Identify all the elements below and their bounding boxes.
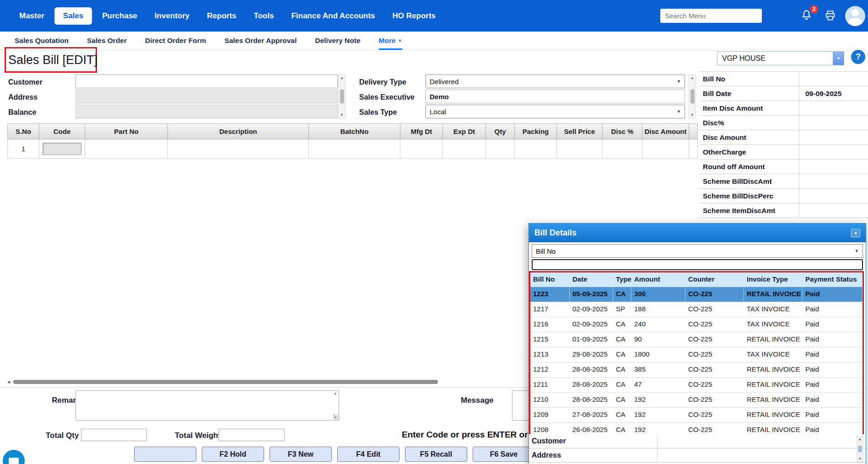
subnav-item-sales-order-approval[interactable]: Sales Order Approval (225, 32, 297, 50)
bill-filter-select[interactable]: Bill No ▼ (532, 244, 863, 258)
topnav-item-ho-reports[interactable]: HO Reports (385, 7, 443, 25)
fn-button-blank[interactable] (134, 447, 196, 462)
bill-cell-bill-no: 1217 (530, 302, 570, 317)
user-avatar[interactable] (845, 6, 865, 26)
grid-header-mfg-dt: Mfg Dt (400, 124, 443, 139)
fn-button-f6-save[interactable]: F6 Save (473, 447, 535, 462)
subnav-item-direct-order-form[interactable]: Direct Order Form (145, 32, 206, 50)
resize-grip[interactable] (333, 415, 338, 420)
grid-cell-batchno[interactable] (309, 139, 400, 158)
summary-row-bill-no: Bill No (699, 72, 868, 86)
topnav-item-tools[interactable]: Tools (247, 7, 281, 25)
grid-header-description: Description (168, 124, 309, 139)
scroll-left-icon[interactable]: ◄ (6, 379, 11, 384)
grid-header-clipped (689, 124, 697, 139)
bill-search-input[interactable] (532, 259, 863, 270)
grid-cell-code[interactable] (39, 139, 85, 158)
search-input[interactable] (660, 9, 762, 23)
scroll-thumb[interactable] (340, 89, 344, 104)
grid-cell-description[interactable] (168, 139, 309, 158)
grid-cell-disc[interactable] (603, 139, 642, 158)
print-button[interactable] (824, 10, 837, 22)
topnav-item-purchase[interactable]: Purchase (95, 7, 145, 25)
form-scrollbar[interactable]: ▲ ▼ (689, 75, 696, 118)
scroll-up-icon[interactable]: ▲ (340, 75, 344, 80)
grid-cell-sell-price[interactable] (557, 139, 603, 158)
annotation-table-box: Bill NoDateTypeAmountCounterInvoice Type… (529, 271, 864, 439)
fn-button-f5-recall[interactable]: F5 Recall (405, 447, 467, 462)
grid-cell-mfg-dt[interactable] (400, 139, 443, 158)
bill-cell-invoice-type: RETAIL INVOICE (744, 363, 803, 377)
subnav-item-more[interactable]: More▼ (379, 32, 402, 50)
customer-scrollbar[interactable]: ▲ ▼ (338, 75, 345, 118)
bill-row-1213[interactable]: 121329-08-2025CA1800CO-225TAX INVOICEPai… (530, 347, 863, 363)
bill-col-amount[interactable]: Amount (631, 272, 685, 287)
grid-cell-s-no[interactable]: 1 (8, 139, 39, 158)
subnav-item-delivery-note[interactable]: Delivery Note (315, 32, 360, 50)
scroll-up-icon[interactable]: ▲ (858, 437, 862, 442)
scroll-up-icon[interactable]: ▲ (690, 75, 694, 80)
bill-cell-date: 05-09-2025 (570, 287, 613, 302)
chat-button[interactable] (3, 450, 25, 464)
bill-row-1211[interactable]: 121128-08-2025CA47CO-225RETAIL INVOICEPa… (530, 378, 863, 393)
code-cell-input[interactable] (43, 143, 81, 155)
bill-row-1209[interactable]: 120927-08-2025CA192CO-225RETAIL INVOICEP… (530, 408, 863, 423)
popup-footer-scrollbar[interactable]: ▲ ▼ (857, 436, 863, 462)
bill-row-1210[interactable]: 121028-08-2025CA192CO-225RETAIL INVOICEP… (530, 393, 863, 408)
grid-cell-part-no[interactable] (85, 139, 168, 158)
horizontal-scrollbar[interactable]: ◄ (6, 379, 523, 384)
bill-row-1217[interactable]: 121702-09-2025SP188CO-225TAX INVOICEPaid (530, 302, 863, 317)
bill-cell-payment-status: Paid (803, 302, 863, 317)
fn-buttons: F2 HoldF3 NewF4 EditF5 RecallF6 Save (134, 447, 535, 462)
hscroll-thumb[interactable] (13, 380, 438, 384)
customer-input[interactable] (75, 75, 338, 88)
fn-button-f2-hold[interactable]: F2 Hold (202, 447, 264, 462)
total-weight-input[interactable] (219, 429, 285, 441)
bill-col-invoice-type[interactable]: Invoice Type (744, 272, 803, 287)
topnav-item-finance-and-accounts[interactable]: Finance And Accounts (284, 7, 383, 25)
grid-cell-exp-dt[interactable] (443, 139, 486, 158)
remarks-textarea[interactable]: ▲ ▼ (75, 390, 339, 421)
notifications-button[interactable]: 2 (800, 9, 813, 23)
bill-row-1223[interactable]: 122305-09-2025CA300CO-225RETAIL INVOICEP… (530, 287, 863, 302)
grid-cell-qty[interactable] (486, 139, 515, 158)
summary-label: Bill Date (699, 90, 799, 98)
bill-col-type[interactable]: Type (613, 272, 631, 287)
bill-col-counter[interactable]: Counter (685, 272, 744, 287)
popup-titlebar[interactable]: Bill Details x (529, 224, 866, 242)
delivery-type-select[interactable]: Delivered ▼ (426, 75, 685, 88)
page-title: Sales Bill [EDIT] (8, 53, 97, 67)
sales-executive-input[interactable]: Demo (426, 90, 685, 103)
bill-col-payment-status[interactable]: Payment Status (803, 272, 863, 287)
help-icon[interactable]: ? (851, 50, 865, 64)
scroll-thumb[interactable] (690, 89, 695, 104)
topnav-items: MasterSalesPurchaseInventoryReportsTools… (12, 7, 443, 25)
topnav-item-reports[interactable]: Reports (199, 7, 243, 25)
chevron-down-icon[interactable]: ▼ (833, 52, 844, 65)
scroll-up-icon[interactable]: ▲ (334, 391, 337, 395)
bill-filter-value: Bill No (536, 247, 555, 255)
sales-type-select[interactable]: Local ▼ (426, 105, 685, 118)
topnav-item-master[interactable]: Master (12, 7, 52, 25)
scroll-down-icon[interactable]: ▼ (858, 456, 862, 461)
bill-cell-type: CA (613, 347, 631, 362)
close-icon[interactable]: x (851, 229, 860, 237)
summary-row-item-disc-amount: Item Disc Amount (699, 101, 868, 116)
bill-row-1216[interactable]: 121602-09-2025CA240CO-225TAX INVOICEPaid (530, 317, 863, 332)
topnav-item-inventory[interactable]: Inventory (147, 7, 197, 25)
bill-col-date[interactable]: Date (570, 272, 613, 287)
scroll-down-icon[interactable]: ▼ (340, 112, 344, 117)
scroll-down-icon[interactable]: ▼ (690, 112, 694, 117)
fn-button-f4-edit[interactable]: F4 Edit (337, 447, 399, 462)
scroll-thumb[interactable] (858, 446, 862, 452)
bill-col-bill-no[interactable]: Bill No (530, 272, 570, 287)
location-select[interactable]: VGP HOUSE ▼ (717, 51, 844, 65)
grid-cell-disc-amount[interactable] (642, 139, 689, 158)
popup-footer-rows: CustomerAddress (529, 434, 866, 463)
fn-button-f3-new[interactable]: F3 New (270, 447, 332, 462)
topnav-item-sales[interactable]: Sales (54, 7, 92, 25)
grid-cell-packing[interactable] (515, 139, 557, 158)
total-qty-input[interactable] (81, 429, 147, 441)
bill-row-1215[interactable]: 121501-09-2025CA90CO-225RETAIL INVOICEPa… (530, 332, 863, 347)
bill-row-1212[interactable]: 121228-08-2025CA385CO-225RETAIL INVOICEP… (530, 363, 863, 378)
